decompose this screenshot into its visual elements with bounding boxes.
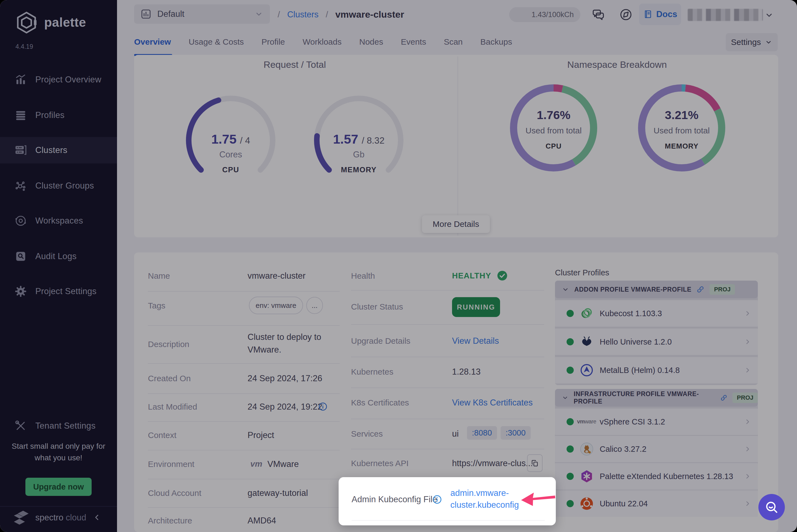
footer-brand-secondary: cloud: [66, 513, 86, 522]
cpu-gauge-unit: Cores: [180, 150, 282, 159]
tag-pill-env-vmware: env: vmware: [249, 297, 303, 314]
profile-layer-hello-universe[interactable]: Hello Universe 1.2.0: [555, 328, 758, 355]
sidebar-collapse-chevron-left-icon[interactable]: [92, 513, 102, 522]
profile-layer-name: MetalLB (Helm) 0.14.8: [600, 366, 680, 375]
sidebar-item-label: Profiles: [35, 110, 65, 120]
compass-icon[interactable]: [619, 8, 633, 21]
search-fab-button[interactable]: [758, 494, 785, 520]
project-selector-dropdown[interactable]: Default: [134, 4, 270, 24]
tab-nodes[interactable]: Nodes: [359, 37, 383, 46]
memory-gauge-value: 1.57 / 8.32: [308, 132, 410, 147]
view-details-link[interactable]: View Details: [452, 336, 499, 346]
service-port-3000[interactable]: :3000: [501, 426, 531, 440]
link-icon[interactable]: [696, 285, 705, 293]
namespace-breakdown-title: Namespace Breakdown: [534, 59, 700, 70]
server-icon: [14, 144, 27, 156]
description-value: Cluster to deploy to VMware.: [248, 331, 339, 356]
addon-profile-header-text: ADDON PROFILE VMWARE-PROFILE: [574, 286, 691, 293]
breadcrumb-link-clusters[interactable]: Clusters: [287, 10, 319, 20]
profile-layer-name: Ubuntu 22.04: [600, 499, 648, 508]
status-dot: [566, 310, 574, 317]
status-dot: [566, 418, 574, 425]
view-k8s-certificates-link[interactable]: View K8s Certificates: [452, 398, 532, 408]
kubernetes-version-value: 1.28.13: [452, 367, 481, 377]
kubernetes-label: Kubernetes: [351, 367, 393, 377]
profile-layer-name: Palette eXtended Kubernetes 1.28.13: [600, 472, 733, 481]
project-selector-value: Default: [157, 9, 184, 19]
infra-profile-group-header[interactable]: INFRASTRUCTURE PROFILE VMWARE-PROFILE PR…: [555, 389, 758, 406]
info-icon[interactable]: [318, 402, 328, 412]
sidebar-item-cluster-groups[interactable]: Cluster Groups: [0, 173, 117, 199]
row-separator: [148, 507, 340, 508]
sidebar-item-audit-logs[interactable]: Audit Logs: [0, 243, 117, 270]
cpu-namespace-donut: 1.76% Used from total CPU: [508, 82, 599, 173]
info-icon[interactable]: [432, 494, 442, 505]
user-name-redacted: [688, 9, 763, 21]
breadcrumb-separator: /: [278, 10, 280, 20]
row-separator: [351, 387, 544, 388]
sidebar-item-profiles[interactable]: Profiles: [0, 102, 117, 129]
environment-label: Environment: [148, 459, 194, 469]
chat-icon[interactable]: [591, 7, 605, 22]
spectro-cloud-logo-icon: [11, 509, 32, 527]
profile-layer-calico[interactable]: Calico 3.27.2: [555, 436, 758, 462]
upgrade-now-button[interactable]: Upgrade now: [25, 478, 92, 496]
row-separator: [351, 520, 545, 521]
cpu-gauge-value: 1.75 / 4: [180, 132, 282, 147]
promo-text: Start small and only pay for what you us…: [8, 440, 109, 464]
profile-layer-ubuntu[interactable]: Ubuntu 22.04: [555, 490, 758, 517]
health-status-text: HEALTHY: [452, 271, 491, 280]
service-port-8080[interactable]: :8080: [467, 426, 497, 440]
more-details-button[interactable]: More Details: [422, 215, 490, 233]
infra-profile-header-text: INFRASTRUCTURE PROFILE VMWARE-PROFILE: [574, 390, 715, 405]
panel-divider: [457, 57, 458, 236]
profile-layer-palette-extended-kubernetes[interactable]: Palette eXtended Kubernetes 1.28.13: [555, 463, 758, 490]
vmware-logo: vmware: [577, 418, 596, 425]
brand-name: palette: [44, 15, 86, 30]
admin-kubeconfig-download-link[interactable]: admin.vmware- cluster.kubeconfig: [450, 487, 519, 511]
sidebar-item-project-settings[interactable]: Project Settings: [0, 278, 117, 305]
profile-layer-vsphere-csi[interactable]: vmware vSphere CSI 3.1.2: [555, 408, 758, 435]
sidebar-item-clusters[interactable]: Clusters: [0, 137, 117, 164]
proj-badge: PROJ: [709, 284, 735, 294]
cloud-account-value: gateway-tutorial: [248, 488, 308, 498]
sidebar-footer-divider: [0, 506, 117, 507]
status-dot: [566, 338, 574, 345]
chevron-down-icon: [254, 10, 263, 18]
docs-button[interactable]: Docs: [639, 4, 681, 25]
tab-overview[interactable]: Overview: [134, 37, 171, 46]
nodes-icon: [14, 179, 27, 192]
status-dot: [566, 500, 574, 507]
name-value: vmware-cluster: [248, 271, 306, 281]
tags-more-pill[interactable]: ...: [306, 297, 323, 314]
tab-usage-costs[interactable]: Usage & Costs: [188, 37, 244, 46]
chevron-down-icon: [562, 394, 569, 402]
sidebar-item-tenant-settings[interactable]: Tenant Settings: [0, 413, 117, 439]
pxk-icon: [579, 469, 594, 484]
profile-layer-metallb[interactable]: MetalLB (Helm) 0.14.8: [555, 357, 758, 383]
chevron-right-icon: [743, 366, 752, 374]
profile-layer-kubecost[interactable]: Kubecost 1.103.3: [555, 300, 758, 327]
palette-logo-icon: [14, 10, 39, 35]
sidebar-item-workspaces[interactable]: Workspaces: [0, 208, 117, 234]
profile-layer-name: Kubecost 1.103.3: [600, 309, 662, 318]
tab-backups[interactable]: Backups: [481, 37, 512, 46]
row-separator: [148, 479, 340, 479]
hello-universe-icon: [579, 334, 594, 349]
addon-profile-group-header[interactable]: ADDON PROFILE VMWARE-PROFILE PROJ: [555, 281, 758, 298]
tab-profile[interactable]: Profile: [261, 37, 285, 46]
tab-workloads[interactable]: Workloads: [303, 37, 342, 46]
row-separator: [351, 357, 544, 357]
architecture-value: AMD64: [248, 516, 276, 526]
memory-gauge-unit: Gb: [308, 150, 410, 159]
user-menu-chevron-down-icon[interactable]: [764, 11, 774, 20]
copy-api-url-button[interactable]: [527, 454, 543, 472]
memory-gauge-used: 1.57: [333, 132, 358, 146]
settings-button[interactable]: Settings: [726, 33, 778, 51]
orbit-icon: [14, 214, 27, 227]
link-icon[interactable]: [720, 394, 728, 402]
memory-gauge-total: / 8.32: [362, 135, 385, 146]
sidebar-item-project-overview[interactable]: Project Overview: [0, 66, 117, 93]
tab-events[interactable]: Events: [401, 37, 426, 46]
tab-scan[interactable]: Scan: [444, 37, 463, 46]
